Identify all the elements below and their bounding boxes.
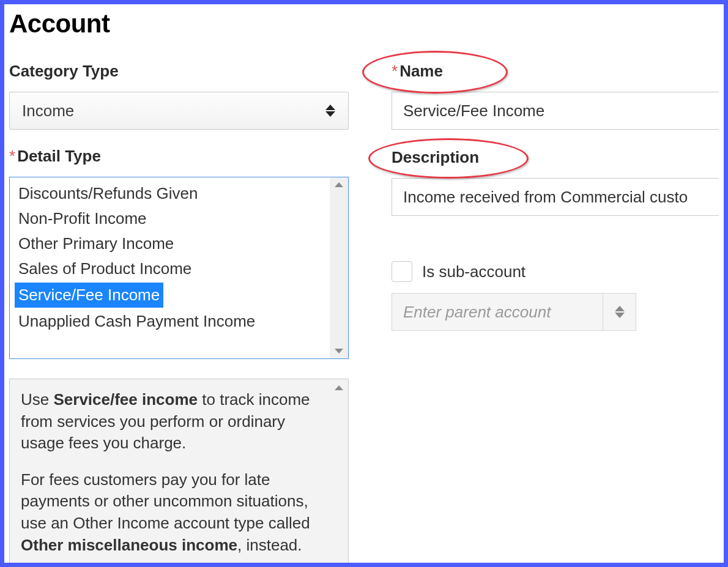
list-item[interactable]: Service/Fee Income bbox=[15, 283, 325, 308]
list-item[interactable]: Non-Profit Income bbox=[15, 206, 325, 231]
detail-type-help: Use Service/fee income to track income f… bbox=[9, 379, 349, 565]
description-input[interactable] bbox=[392, 178, 719, 216]
listbox-scrollbar[interactable] bbox=[330, 177, 348, 358]
scroll-up-icon bbox=[335, 182, 343, 187]
parent-account-placeholder: Enter parent account bbox=[403, 303, 603, 322]
list-item[interactable]: Unapplied Cash Payment Income bbox=[15, 309, 325, 334]
list-item[interactable]: Discounts/Refunds Given bbox=[15, 181, 325, 206]
category-type-value: Income bbox=[22, 102, 325, 120]
description-label: Description bbox=[392, 148, 479, 167]
detail-type-label: *Detail Type bbox=[9, 147, 349, 166]
select-arrows-icon bbox=[325, 105, 336, 117]
page-title: Account bbox=[9, 9, 719, 39]
name-label: *Name bbox=[392, 62, 443, 81]
detail-type-listbox[interactable]: Discounts/Refunds GivenNon-Profit Income… bbox=[9, 177, 349, 359]
help-text: Use Service/fee income to track income f… bbox=[21, 389, 324, 556]
parent-account-select[interactable]: Enter parent account bbox=[392, 293, 636, 331]
sub-account-label: Is sub-account bbox=[422, 262, 526, 281]
scroll-down-icon bbox=[335, 349, 343, 354]
name-input[interactable] bbox=[392, 92, 719, 130]
list-item[interactable]: Sales of Product Income bbox=[15, 256, 325, 281]
scroll-up-icon bbox=[335, 385, 343, 390]
category-type-label: Category Type bbox=[9, 62, 349, 81]
list-item[interactable]: Other Primary Income bbox=[15, 231, 325, 256]
sub-account-checkbox[interactable] bbox=[392, 261, 412, 282]
select-arrows-icon bbox=[614, 306, 625, 318]
help-scrollbar[interactable] bbox=[330, 379, 348, 564]
category-type-select[interactable]: Income bbox=[9, 92, 349, 130]
